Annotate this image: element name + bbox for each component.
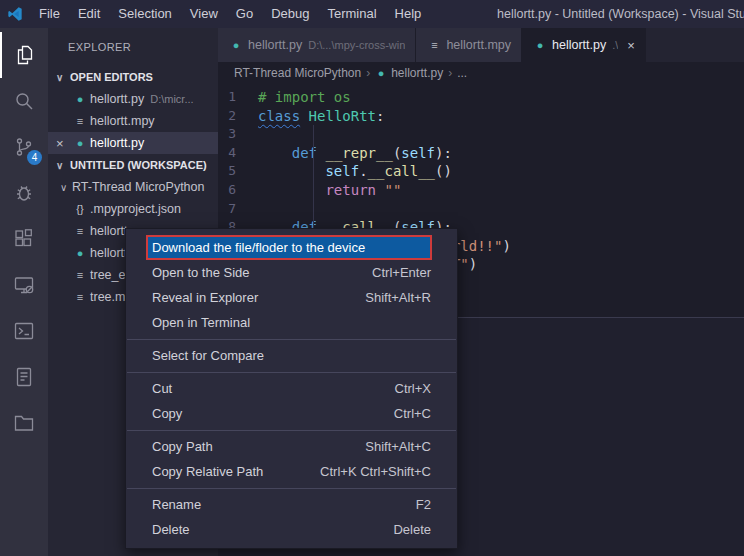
vscode-logo-icon <box>7 6 23 22</box>
folder-name: RT-Thread MicroPython <box>72 180 204 194</box>
code-line: 7 <box>218 200 744 219</box>
menu-file[interactable]: File <box>30 0 69 28</box>
explorer-icon[interactable] <box>0 32 48 78</box>
menu-separator <box>127 339 456 340</box>
tab-detail: D:\...\mpy-cross-win <box>308 39 405 51</box>
menu-item-label: Open to the Side <box>152 265 250 280</box>
editor-tab-1[interactable]: ≡hellortt.mpy <box>416 28 522 62</box>
file-file-icon: ≡ <box>426 39 442 51</box>
tab-detail: .\ <box>612 39 618 51</box>
file-name: hellortt.py <box>90 92 144 106</box>
menu-item-label: Copy Relative Path <box>152 464 263 479</box>
open-editors-list: ●hellortt.pyD:\micr...≡hellortt.mpy×●hel… <box>48 88 218 154</box>
context-menu-item[interactable]: Open in Terminal <box>126 310 457 335</box>
indent-guide <box>313 125 314 237</box>
code-line: 2class HelloRtt: <box>218 107 744 126</box>
menu-view[interactable]: View <box>181 0 227 28</box>
chevron-right-icon: › <box>366 66 370 80</box>
menu-edit[interactable]: Edit <box>69 0 109 28</box>
code-text: self.__call__() <box>258 162 452 181</box>
context-menu-item[interactable]: DeleteDelete <box>126 517 457 542</box>
editor-tab-0[interactable]: ●hellortt.pyD:\...\mpy-cross-win <box>218 28 416 62</box>
context-menu-item[interactable]: Open to the SideCtrl+Enter <box>126 260 457 285</box>
device-icon[interactable] <box>0 262 48 308</box>
line-number: 7 <box>218 200 258 219</box>
vscode-logo <box>0 6 30 22</box>
code-line: 3 <box>218 125 744 144</box>
close-icon[interactable]: × <box>56 136 72 151</box>
menu-help[interactable]: Help <box>386 0 431 28</box>
code-text: # import os <box>258 88 351 107</box>
breadcrumb-item[interactable]: RT-Thread MicroPython <box>234 66 361 80</box>
menu-item-label: Reveal in Explorer <box>152 290 258 305</box>
menu-item-shortcut: Delete <box>393 522 431 537</box>
menu-bar: FileEditSelectionViewGoDebugTerminalHelp <box>30 0 430 28</box>
context-menu-item[interactable]: Reveal in ExplorerShift+Alt+R <box>126 285 457 310</box>
workspace-file-item[interactable]: {}.mpyproject.json <box>48 198 218 220</box>
menu-item-label: Copy Path <box>152 439 213 454</box>
title-bar: FileEditSelectionViewGoDebugTerminalHelp… <box>0 0 744 28</box>
menu-separator <box>127 488 456 489</box>
breadcrumb-item[interactable]: hellortt.py <box>391 66 443 80</box>
code-line: 1# import os <box>218 88 744 107</box>
context-menu-item[interactable]: Download the file/floder to the device <box>146 235 432 260</box>
menu-debug[interactable]: Debug <box>262 0 318 28</box>
file-file-icon: ≡ <box>72 269 88 281</box>
debug-icon[interactable] <box>0 170 48 216</box>
search-icon[interactable] <box>0 78 48 124</box>
open-editor-item[interactable]: ●hellortt.pyD:\micr... <box>48 88 218 110</box>
chevron-down-icon: ∨ <box>56 160 70 171</box>
file-name: hellortt.py <box>90 136 144 150</box>
menu-item-label: Delete <box>152 522 190 537</box>
code-line: 6 return "" <box>218 181 744 200</box>
close-icon[interactable]: × <box>627 38 635 53</box>
code-text: return "" <box>258 181 401 200</box>
open-editors-label: OPEN EDITORS <box>70 71 153 83</box>
open-editor-item[interactable]: ≡hellortt.mpy <box>48 110 218 132</box>
code-text: def __repr__(self): <box>258 144 452 163</box>
python-file-icon: ● <box>228 39 244 51</box>
editor-tab-2[interactable]: ●hellortt.py.\× <box>522 28 646 62</box>
activity-bar: 4 <box>0 28 48 556</box>
python-file-icon: ● <box>72 137 88 149</box>
workspace-label: UNTITLED (WORKSPACE) <box>70 159 207 171</box>
menu-go[interactable]: Go <box>227 0 262 28</box>
workspace-header[interactable]: ∨ UNTITLED (WORKSPACE) <box>48 154 218 176</box>
menu-item-label: Select for Compare <box>152 348 264 363</box>
menu-selection[interactable]: Selection <box>109 0 180 28</box>
menu-separator <box>127 430 456 431</box>
menu-item-shortcut: Ctrl+C <box>394 406 431 421</box>
folder-icon[interactable] <box>0 400 48 446</box>
file-file-icon: ≡ <box>72 115 88 127</box>
line-number: 6 <box>218 181 258 200</box>
menu-item-shortcut: Shift+Alt+C <box>365 439 431 454</box>
menu-item-label: Rename <box>152 497 201 512</box>
context-menu-item[interactable]: Copy Relative PathCtrl+K Ctrl+Shift+C <box>126 459 457 484</box>
output-icon[interactable] <box>0 354 48 400</box>
breadcrumb-item[interactable]: ... <box>457 66 467 80</box>
terminal-icon[interactable] <box>0 308 48 354</box>
context-menu-item[interactable]: Select for Compare <box>126 343 457 368</box>
code-text: class HelloRtt: <box>258 107 384 126</box>
context-menu-item[interactable]: RenameF2 <box>126 492 457 517</box>
context-menu-item[interactable]: CutCtrl+X <box>126 376 457 401</box>
python-file-icon: ● <box>72 247 88 259</box>
open-editors-header[interactable]: ∨ OPEN EDITORS <box>48 66 218 88</box>
context-menu-item[interactable]: Copy PathShift+Alt+C <box>126 434 457 459</box>
menu-terminal[interactable]: Terminal <box>318 0 385 28</box>
line-number: 2 <box>218 107 258 126</box>
tab-label: hellortt.py <box>552 38 606 52</box>
breadcrumb: RT-Thread MicroPython›●hellortt.py›... <box>218 62 744 84</box>
extensions-icon[interactable] <box>0 216 48 262</box>
folder-rt-thread-micropython[interactable]: ∨ RT-Thread MicroPython <box>48 176 218 198</box>
chevron-down-icon: ∨ <box>56 72 70 83</box>
menu-item-label: Copy <box>152 406 182 421</box>
open-editor-item[interactable]: ×●hellortt.py <box>48 132 218 154</box>
context-menu-item[interactable]: CopyCtrl+C <box>126 401 457 426</box>
menu-item-shortcut: Shift+Alt+R <box>365 290 431 305</box>
source-control-icon[interactable]: 4 <box>0 124 48 170</box>
python-file-icon: ● <box>72 93 88 105</box>
line-number: 1 <box>218 88 258 107</box>
tab-label: hellortt.py <box>248 38 302 52</box>
file-detail: D:\micr... <box>150 93 193 105</box>
